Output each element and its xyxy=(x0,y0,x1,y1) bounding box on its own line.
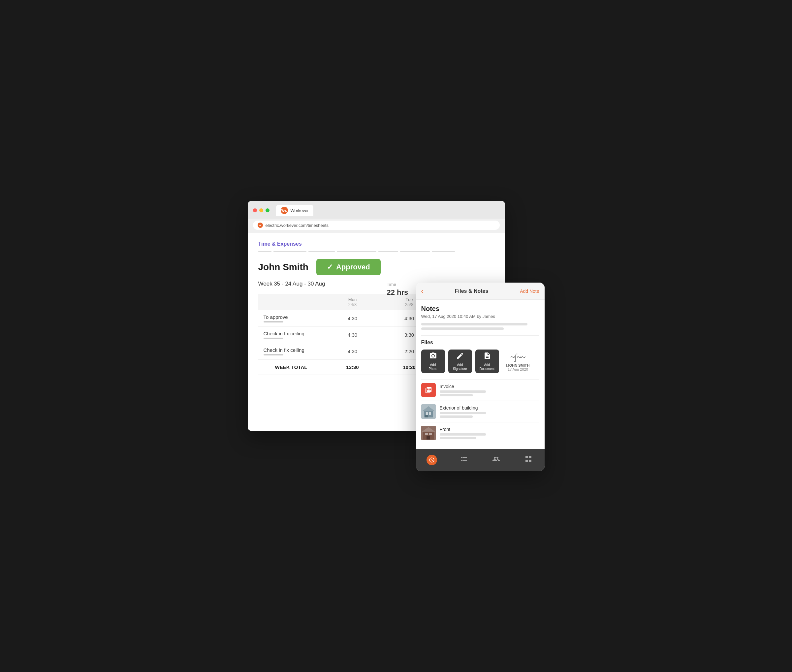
notes-heading: Notes xyxy=(421,305,539,313)
add-document-label: AddDocument xyxy=(479,363,495,371)
note-meta: Wed, 17 Aug 2020 10:40 AM by James xyxy=(421,314,539,319)
document-icon xyxy=(483,352,491,362)
back-button[interactable]: ‹ xyxy=(421,287,423,295)
file-name: Front xyxy=(440,427,539,432)
file-info: Exterior of building xyxy=(440,405,539,418)
nav-list[interactable] xyxy=(457,453,471,467)
files-actions: AddPhoto AddSignature xyxy=(421,349,539,374)
task-bar xyxy=(264,338,283,339)
time-value: 22 hrs xyxy=(387,288,408,297)
divider-line xyxy=(400,251,430,252)
task-name: To approve xyxy=(258,310,324,327)
divider-line xyxy=(308,251,335,252)
svg-rect-10 xyxy=(426,435,430,440)
bottom-nav xyxy=(416,449,545,471)
add-signature-label: AddSignature xyxy=(453,363,467,371)
file-line xyxy=(440,416,473,418)
approved-label: Approved xyxy=(336,263,370,271)
note-text-lines xyxy=(421,323,539,330)
cell-mon: 4:30 xyxy=(324,327,381,343)
signature-image: ~∫~~ xyxy=(510,352,525,362)
header-row: John Smith ✓ Approved xyxy=(258,259,494,275)
add-photo-label: AddPhoto xyxy=(428,363,437,371)
address-bar[interactable]: W electric.workever.com/timesheets xyxy=(253,221,500,230)
camera-icon xyxy=(429,352,437,362)
svg-rect-8 xyxy=(425,433,428,435)
cell-mon: 4:30 xyxy=(324,310,381,327)
nav-grid[interactable] xyxy=(521,453,536,467)
divider-line xyxy=(258,251,271,252)
file-info: Invoice xyxy=(440,384,539,396)
grid-icon xyxy=(524,455,532,465)
signature-name: IJOHN SMITH xyxy=(507,363,530,367)
building-exterior-image xyxy=(421,404,436,419)
building-front-image xyxy=(421,426,436,440)
clock-icon xyxy=(426,455,437,465)
task-bar xyxy=(264,354,283,355)
panel-body: Notes Wed, 17 Aug 2020 10:40 AM by James… xyxy=(416,300,545,449)
total-label: WEEK TOTAL xyxy=(258,360,324,375)
col-mon: Mon24/8 xyxy=(324,294,381,310)
divider-line xyxy=(337,251,377,252)
people-icon xyxy=(492,455,500,465)
file-lines xyxy=(440,390,539,396)
file-item-front[interactable]: Front xyxy=(421,422,539,443)
add-photo-button[interactable]: AddPhoto xyxy=(421,349,445,373)
nav-people[interactable] xyxy=(489,453,503,467)
browser-addressbar: W electric.workever.com/timesheets xyxy=(248,219,505,233)
file-line xyxy=(440,412,486,414)
file-line xyxy=(440,437,476,439)
task-bar xyxy=(264,321,283,323)
section-divider xyxy=(421,335,539,336)
tab-logo: We. xyxy=(281,207,288,214)
divider-lines xyxy=(258,251,494,252)
file-line xyxy=(440,390,486,393)
scene: We. Workever W electric.workever.com/tim… xyxy=(248,201,545,471)
tab-title: Workever xyxy=(290,208,309,213)
file-lines xyxy=(440,433,539,439)
file-lines xyxy=(440,412,539,418)
checkmark-icon: ✓ xyxy=(327,263,333,271)
text-line xyxy=(421,323,527,325)
mobile-panel: ‹ Files & Notes Add Note Notes Wed, 17 A… xyxy=(416,283,545,471)
nav-clock[interactable] xyxy=(425,453,439,467)
add-document-button[interactable]: AddDocument xyxy=(475,349,499,373)
traffic-lights xyxy=(253,208,269,212)
list-icon xyxy=(460,455,468,465)
address-url: electric.workever.com/timesheets xyxy=(266,223,329,228)
divider-line xyxy=(273,251,306,252)
total-mon: 13:30 xyxy=(324,360,381,375)
stat-time: Time 22 hrs xyxy=(387,282,408,297)
minimize-button[interactable] xyxy=(259,208,263,212)
svg-rect-9 xyxy=(429,433,432,435)
signature-date: 17 Aug 2020 xyxy=(508,367,528,371)
text-line xyxy=(421,327,504,330)
add-signature-button[interactable]: AddSignature xyxy=(448,349,472,373)
svg-rect-2 xyxy=(426,412,428,415)
file-name: Exterior of building xyxy=(440,405,539,411)
file-item-exterior[interactable]: Exterior of building xyxy=(421,401,539,422)
file-name: Invoice xyxy=(440,384,539,389)
file-info: Front xyxy=(440,427,539,439)
close-button[interactable] xyxy=(253,208,257,212)
file-item-invoice[interactable]: Invoice xyxy=(421,379,539,401)
file-line xyxy=(440,433,486,435)
section-title: Time & Expenses xyxy=(258,241,494,247)
panel-header: ‹ Files & Notes Add Note xyxy=(416,283,545,300)
task-name: Check in fix ceiling xyxy=(258,343,324,360)
browser-tab[interactable]: We. Workever xyxy=(276,205,313,216)
address-logo: W xyxy=(258,222,263,228)
time-label: Time xyxy=(387,282,408,287)
files-label: Files xyxy=(421,340,539,346)
browser-titlebar: We. Workever xyxy=(248,201,505,219)
add-note-button[interactable]: Add Note xyxy=(520,288,539,294)
task-name: Check in fix ceiling xyxy=(258,327,324,343)
svg-rect-3 xyxy=(429,412,431,415)
pencil-icon xyxy=(456,352,464,362)
col-task xyxy=(258,294,324,310)
divider-line xyxy=(432,251,455,252)
svg-rect-4 xyxy=(425,415,428,418)
file-line xyxy=(440,394,473,396)
maximize-button[interactable] xyxy=(266,208,269,212)
approved-badge: ✓ Approved xyxy=(316,259,381,275)
